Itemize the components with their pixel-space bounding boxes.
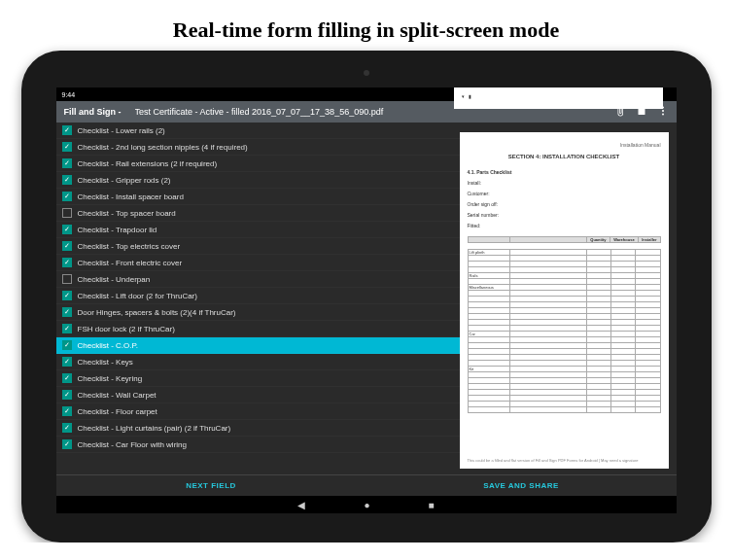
checklist-label: FSH door lock (2 if ThruCar) [78, 325, 175, 333]
checklist-label: Checklist - Car Floor with wiring [78, 440, 187, 449]
checkbox[interactable]: ✓ [62, 373, 72, 383]
doc-field: Order sign off: [468, 199, 661, 209]
doc-field: Fitted: [468, 221, 661, 230]
checkbox[interactable]: ✓ [62, 125, 72, 135]
checkbox[interactable]: ✓ [62, 258, 72, 267]
checklist-label: Checklist - Light curtains (pair) (2 if … [78, 424, 231, 433]
checklist-row[interactable]: Checklist - Underpan [56, 271, 460, 288]
checklist-row[interactable]: ✓Checklist - Install spacer board [56, 189, 460, 205]
checkbox[interactable]: ✓ [62, 406, 72, 416]
checklist-row[interactable]: ✓Checklist - 2nd long section nipples (4… [56, 139, 460, 156]
checklist-row[interactable]: ✓Checklist - Gripper rods (2) [56, 172, 460, 189]
checkbox[interactable]: ✓ [62, 390, 72, 400]
status-bar: 9:44 ▾ ▮ [56, 88, 677, 101]
checkbox[interactable] [62, 208, 72, 218]
checklist-row[interactable]: ✓Checklist - Rail extensions (2 if requi… [56, 156, 460, 172]
checklist-row[interactable]: ✓Checklist - Keys [56, 354, 460, 370]
checkbox[interactable]: ✓ [62, 158, 72, 168]
checklist-row[interactable]: ✓Checklist - Wall Carpet [56, 387, 460, 403]
checklist-label: Checklist - Lift door (2 for ThruCar) [78, 292, 197, 300]
checkbox[interactable]: ✓ [62, 340, 72, 350]
checklist-row[interactable]: ✓Checklist - Keyring [56, 370, 460, 387]
checklist-label: Checklist - Rail extensions (2 if requir… [78, 159, 218, 168]
battery-icon: ▮ [469, 93, 471, 99]
screen: 9:44 ▾ ▮ Fill and Sign - Test Certificat… [56, 88, 677, 513]
wifi-icon: ▾ [462, 93, 465, 99]
checklist-row[interactable]: ✓FSH door lock (2 if ThruCar) [56, 321, 460, 337]
save-share-button[interactable]: SAVE AND SHARE [366, 475, 677, 496]
doc-form-block: 4.1. Parts Checklist Install: Customer: … [468, 167, 661, 230]
checklist-panel[interactable]: ✓Checklist - Lower rails (2)✓Checklist -… [56, 122, 460, 474]
status-icons: ▾ ▮ [454, 88, 663, 109]
checkbox[interactable]: ✓ [62, 307, 72, 317]
checkbox[interactable]: ✓ [62, 225, 72, 234]
app-title: Fill and Sign - [64, 107, 122, 117]
checklist-label: Checklist - 2nd long section nipples (4 … [78, 143, 248, 152]
checkbox[interactable]: ✓ [62, 142, 72, 152]
status-time: 9:44 [62, 91, 76, 98]
nav-recent-icon[interactable]: ■ [429, 500, 435, 510]
checkbox[interactable]: ✓ [62, 192, 72, 201]
checkbox[interactable]: ✓ [62, 241, 72, 251]
checklist-label: Checklist - Top spacer board [78, 209, 176, 218]
doc-field: Serial number: [468, 210, 661, 220]
android-nav-bar: ◀ ● ■ [56, 496, 677, 513]
checkbox[interactable]: ✓ [62, 439, 72, 449]
page-heading: Real-time form filling in split-screen m… [173, 18, 559, 43]
checklist-label: Checklist - Trapdoor lid [78, 226, 157, 234]
checkbox[interactable]: ✓ [62, 175, 72, 185]
checklist-label: Checklist - C.O.P. [78, 341, 139, 350]
doc-manual-label: Installation Manual [468, 142, 661, 148]
svg-point-2 [662, 110, 664, 112]
camera-dot [364, 70, 369, 76]
checklist-label: Checklist - Install spacer board [78, 192, 184, 201]
doc-table: QuantityWarehouseInstaller [468, 236, 661, 243]
checklist-row[interactable]: Checklist - Top spacer board [56, 205, 460, 222]
checklist-row[interactable]: ✓Checklist - Top electrics cover [56, 238, 460, 255]
checklist-row[interactable]: ✓Door Hinges, spacers & bolts (2)(4 if T… [56, 304, 460, 321]
checklist-row[interactable]: ✓Checklist - Trapdoor lid [56, 222, 460, 238]
checklist-row[interactable]: ✓Checklist - C.O.P. [56, 337, 460, 354]
doc-section-title: SECTION 4: INSTALLATION CHECKLIST [468, 154, 661, 159]
checklist-label: Checklist - Underpan [78, 275, 151, 284]
checklist-row[interactable]: ✓Checklist - Floor carpet [56, 403, 460, 420]
checklist-label: Checklist - Keys [78, 358, 133, 367]
nav-back-icon[interactable]: ◀ [297, 500, 305, 510]
checkbox[interactable] [62, 274, 72, 284]
checklist-label: Checklist - Floor carpet [78, 407, 157, 416]
pdf-preview[interactable]: Installation Manual SECTION 4: INSTALLAT… [460, 132, 669, 469]
nav-home-icon[interactable]: ● [364, 500, 369, 510]
checklist-label: Checklist - Top electrics cover [78, 242, 181, 251]
checkbox[interactable]: ✓ [62, 357, 72, 367]
split-content: ✓Checklist - Lower rails (2)✓Checklist -… [56, 122, 677, 474]
checkbox[interactable]: ✓ [62, 324, 72, 333]
checklist-row[interactable]: ✓Checklist - Car Floor with wiring [56, 437, 460, 453]
doc-footer-note: This could be a filled and flat version … [468, 458, 661, 463]
checklist-label: Checklist - Wall Carpet [78, 391, 157, 400]
checklist-label: Checklist - Keyring [78, 374, 143, 383]
checklist-row[interactable]: ✓Checklist - Light curtains (pair) (2 if… [56, 420, 460, 437]
checklist-row[interactable]: ✓Checklist - Lower rails (2) [56, 122, 460, 139]
checklist-row[interactable]: ✓Checklist - Lift door (2 for ThruCar) [56, 288, 460, 304]
checklist-label: Checklist - Gripper rods (2) [78, 176, 171, 185]
checklist-label: Door Hinges, spacers & bolts (2)(4 if Th… [78, 308, 236, 317]
doc-field: Customer: [468, 189, 661, 198]
doc-field: Install: [468, 178, 661, 188]
checkbox[interactable]: ✓ [62, 291, 72, 300]
checklist-label: Checklist - Lower rails (2) [78, 126, 165, 135]
svg-point-3 [662, 114, 664, 116]
bottom-bar: NEXT FIELD SAVE AND SHARE [56, 474, 677, 496]
checklist-row[interactable]: ✓Checklist - Front electric cover [56, 255, 460, 271]
checkbox[interactable]: ✓ [62, 423, 72, 433]
checklist-label: Checklist - Front electric cover [78, 259, 183, 267]
next-field-button[interactable]: NEXT FIELD [56, 475, 366, 496]
tablet-frame: 9:44 ▾ ▮ Fill and Sign - Test Certificat… [21, 51, 712, 542]
doc-subsection: 4.1. Parts Checklist [468, 167, 661, 177]
